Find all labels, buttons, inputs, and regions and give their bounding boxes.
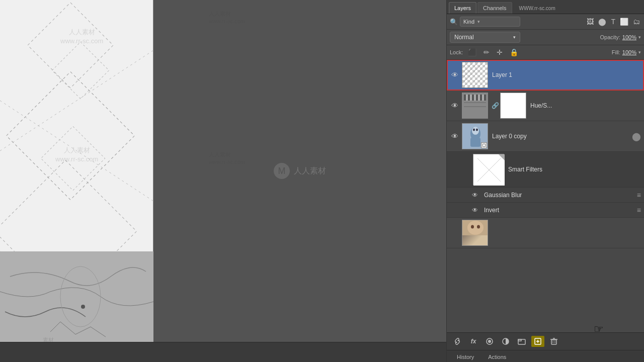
svg-line-5 — [0, 101, 153, 201]
canvas-center: M 人人素材 — [153, 0, 446, 342]
fx-label: fx — [471, 338, 476, 345]
huesat-visibility[interactable]: 👁 — [450, 102, 460, 110]
huesat-link-icon: 🔗 — [491, 102, 499, 109]
filter-icon-adjustment[interactable]: ⬤ — [597, 17, 607, 27]
center-watermark: M 人人素材 — [274, 163, 326, 179]
smart-filters-thumb — [473, 154, 504, 185]
gaussian-blur-name: Gaussian Blur — [484, 192, 637, 199]
filter-kind-label: Kind — [463, 19, 474, 25]
canvas-left: 人人素材 www.rr-sc.com 人人素材 www.rr-sc.com 素材… — [0, 0, 153, 362]
filter-icon-smart[interactable]: 🗂 — [632, 17, 641, 27]
add-adjustment-btn[interactable] — [499, 336, 512, 347]
svg-point-24 — [476, 129, 478, 131]
panel-tabs: Layers Channels WWW.rr-sc.com — [447, 0, 644, 14]
new-group-btn[interactable] — [515, 336, 528, 347]
bottom-tabs: History Actions — [447, 350, 644, 362]
layer1-name: Layer 1 — [492, 71, 641, 78]
layer-effects-btn[interactable]: fx — [467, 336, 480, 347]
opacity-label: Opacity: — [600, 34, 620, 40]
invert-name: Invert — [484, 207, 637, 214]
lock-label: Lock: — [450, 49, 463, 55]
filter-icon-image[interactable]: 🖼 — [586, 17, 595, 27]
lock-row: Lock: ⬛ ✏ ✛ 🔒 Fill: 100% ▾ — [447, 45, 644, 60]
filter-icon-text[interactable]: T — [610, 17, 616, 27]
blend-mode-row: Normal ▾ Opacity: 100% ▾ — [447, 30, 644, 45]
canvas-area: 人人素材 www.rr-sc.com 人人素材 www.rr-sc.com 素材… — [0, 0, 446, 362]
lock-paint-btn[interactable]: ✏ — [481, 47, 492, 57]
lock-position-btn[interactable]: ✛ — [495, 47, 505, 57]
opacity-chevron[interactable]: ▾ — [638, 35, 641, 40]
layers-panel: Layers Channels WWW.rr-sc.com 🔍 Kind ▾ 🖼… — [446, 0, 644, 362]
layer-item-layer0[interactable] — [447, 218, 644, 248]
smart-filters-item[interactable]: Smart Filters — [447, 152, 644, 188]
svg-rect-26 — [483, 144, 485, 146]
right-watermark-top: 人人素材 www.rr-sc.com — [209, 10, 245, 26]
tab-history[interactable]: History — [451, 352, 480, 362]
svg-rect-14 — [469, 95, 473, 99]
tab-layers[interactable]: Layers — [449, 2, 476, 14]
svg-rect-1 — [52, 42, 109, 99]
svg-point-33 — [471, 225, 474, 229]
layer0copy-fx: ⬤ — [632, 132, 641, 141]
lock-pixels-btn[interactable]: ⬛ — [466, 47, 478, 57]
fill-value[interactable]: 100% — [622, 49, 636, 55]
layer1-visibility[interactable]: 👁 — [450, 71, 460, 79]
status-bar — [0, 342, 446, 362]
svg-line-6 — [0, 50, 153, 151]
svg-rect-11 — [462, 93, 488, 119]
svg-point-34 — [477, 225, 480, 229]
svg-rect-21 — [470, 138, 480, 147]
gaussian-blur-eye[interactable]: 👁 — [472, 192, 481, 199]
smart-obj-indicator — [481, 142, 487, 148]
filter-gaussian-blur[interactable]: 👁 Gaussian Blur ≡ — [447, 188, 644, 203]
svg-point-32 — [467, 221, 484, 235]
blend-mode-value: Normal — [454, 34, 474, 41]
filter-icons: 🖼 ⬤ T ⬜ 🗂 — [586, 17, 641, 27]
smart-filters-name: Smart Filters — [508, 166, 641, 173]
layer0copy-name: Layer 0 copy — [492, 133, 630, 140]
invert-options-icon[interactable]: ≡ — [637, 206, 641, 214]
filter-row: 🔍 Kind ▾ 🖼 ⬤ T ⬜ 🗂 — [447, 14, 644, 30]
filter-invert[interactable]: 👁 Invert ≡ — [447, 203, 644, 218]
svg-point-10 — [81, 305, 85, 309]
delete-layer-btn[interactable] — [547, 336, 560, 347]
layer1-thumb — [462, 62, 488, 88]
blend-mode-chevron: ▾ — [513, 35, 516, 40]
filter-icon-shape[interactable]: ⬜ — [619, 17, 629, 27]
svg-rect-3 — [41, 126, 105, 190]
panel-watermark: WWW.rr-sc.com — [515, 3, 559, 14]
opacity-row: Opacity: 100% ▾ — [600, 34, 641, 40]
svg-rect-16 — [479, 95, 483, 99]
add-mask-btn[interactable] — [483, 336, 496, 347]
fill-chevron[interactable]: ▾ — [638, 50, 641, 55]
opacity-value[interactable]: 100% — [622, 34, 636, 40]
layer0copy-thumb — [462, 123, 488, 149]
new-layer-btn[interactable] — [531, 336, 544, 347]
layer0-thumb — [462, 220, 488, 246]
svg-rect-13 — [464, 95, 468, 99]
tab-actions[interactable]: Actions — [482, 352, 512, 362]
lock-all-btn[interactable]: 🔒 — [508, 47, 520, 57]
blend-mode-select[interactable]: Normal ▾ — [450, 32, 520, 43]
svg-rect-44 — [551, 340, 556, 344]
right-watermark-mid: 人人素材 www.rr-sc.com — [209, 151, 245, 166]
gaussian-blur-options-icon[interactable]: ≡ — [637, 191, 641, 199]
layer0copy-visibility[interactable]: 👁 — [450, 132, 460, 140]
layer-item-layer0copy[interactable]: 👁 Layer 0 copy ⬤ — [447, 121, 644, 152]
bottom-toolbar: fx — [447, 332, 644, 350]
huesat-name: Hue/S... — [530, 102, 641, 109]
huesat-mask-thumb — [500, 93, 526, 119]
tab-channels[interactable]: Channels — [477, 2, 512, 14]
invert-eye[interactable]: 👁 — [472, 207, 481, 214]
filter-search-icon: 🔍 — [450, 18, 458, 26]
layer-item-layer1[interactable]: 👁 Layer 1 — [447, 60, 644, 90]
svg-rect-39 — [518, 339, 525, 344]
layer-item-huesat[interactable]: 👁 🔗 Hue/S... — [447, 90, 644, 121]
link-layers-btn[interactable] — [451, 336, 464, 347]
svg-rect-15 — [474, 95, 478, 99]
fill-row: Fill: 100% ▾ — [612, 49, 641, 55]
filter-kind-select[interactable]: Kind ▾ — [460, 17, 520, 27]
smart-filters-group: Smart Filters 👁 Gaussian Blur ≡ 👁 Invert… — [447, 152, 644, 218]
huesat-adj-icon — [462, 93, 488, 119]
filter-kind-chevron: ▾ — [477, 19, 480, 24]
